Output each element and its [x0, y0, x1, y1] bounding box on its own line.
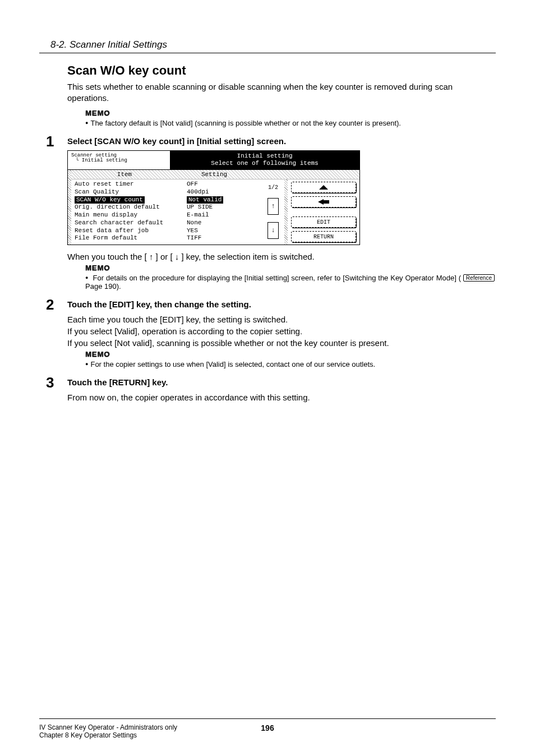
- lcd-setting-4: E-mail: [187, 211, 260, 219]
- step-1-number: 1: [46, 133, 54, 150]
- page-title: Scan W/O key count: [67, 63, 496, 78]
- lcd-top-row: Scanner setting └ Initial setting Initia…: [68, 151, 359, 170]
- lcd-item-6[interactable]: Reset data after job: [75, 227, 181, 235]
- page-footer: IV Scanner Key Operator - Administrators…: [39, 718, 496, 739]
- footer-page-number: 196: [261, 723, 274, 739]
- up-arrow-button[interactable]: ↑: [268, 198, 279, 215]
- lcd-item-3[interactable]: Orig. direction default: [75, 204, 181, 211]
- step-2: 2 Touch the [EDIT] key, then change the …: [67, 299, 496, 368]
- intro-memo-note: The factory default is [Not valid] (scan…: [85, 119, 496, 127]
- lcd-setting-7: TIFF: [187, 234, 260, 242]
- reference-icon: Reference: [463, 274, 495, 282]
- step-1: 1 Select [SCAN W/O key count] in [Initia…: [67, 136, 496, 291]
- memo-label-2: MEMO: [85, 350, 110, 358]
- lcd-item-4[interactable]: Main menu display: [75, 211, 181, 219]
- lcd-setting-2: Not valid: [187, 196, 260, 204]
- breadcrumb-rule: [39, 53, 496, 53]
- memo-label: MEMO: [85, 109, 110, 117]
- lcd-breadcrumb: Scanner setting └ Initial setting: [68, 151, 170, 170]
- step-2-memo-note: For the copier settings to use when [Val…: [85, 360, 496, 368]
- step-1-memo-note: For details on the procedure for display…: [85, 274, 496, 291]
- lcd-banner-line1: Initial setting: [172, 153, 357, 160]
- lcd-crumb-2: └ Initial setting: [71, 158, 167, 164]
- page: 8-2. Scanner Initial Settings Scan W/O k…: [0, 0, 535, 756]
- footer-left-line1: IV Scanner Key Operator - Administrators…: [39, 723, 261, 731]
- step-1-memo-tail: Page 190).: [85, 282, 121, 291]
- lcd-item-1[interactable]: Scan Quality: [75, 188, 181, 196]
- home-icon-button[interactable]: [291, 182, 356, 193]
- step-1-title: Select [SCAN W/O key count] in [Initial …: [67, 136, 496, 146]
- step-2-number: 2: [46, 296, 54, 314]
- lcd-column-headers: Item Setting: [71, 170, 359, 179]
- lcd-item-5[interactable]: Search character default: [75, 219, 181, 227]
- lcd-right-buttons: EDIT RETURN: [288, 179, 359, 245]
- lcd-setting-list: OFF 400dpi Not valid UP SIDE E-mail None…: [183, 179, 262, 245]
- step-1-memo-text: For details on the procedure for display…: [93, 274, 461, 282]
- footer-left-line2: Chapter 8 Key Operator Settings: [39, 731, 261, 739]
- intro-paragraph: This sets whether to enable scanning or …: [67, 81, 496, 104]
- lcd-arrow-column: 1/2 ↑ ↓: [262, 179, 284, 245]
- lcd-setting-6: YES: [187, 227, 260, 235]
- step-3-title: Touch the [RETURN] key.: [67, 377, 496, 387]
- footer-right: [274, 723, 496, 739]
- down-arrow-button[interactable]: ↓: [268, 222, 279, 239]
- lcd-item-7[interactable]: File Form default: [75, 234, 181, 242]
- step-3-line1: From now on, the copier operates in acco…: [67, 391, 496, 403]
- lcd-page-indicator: 1/2: [268, 185, 278, 191]
- step-3-number: 3: [46, 374, 54, 391]
- content-area: Scan W/O key count This sets whether to …: [67, 63, 496, 403]
- step-2-line2: If you select [Valid], operation is acco…: [67, 325, 496, 337]
- back-icon-button[interactable]: [291, 196, 356, 208]
- lcd-col-setting-header: Setting: [178, 170, 251, 179]
- lcd-screenshot: Scanner setting └ Initial setting Initia…: [67, 150, 360, 246]
- lcd-item-2[interactable]: SCAN W/O key count: [75, 196, 181, 204]
- lcd-setting-3: UP SIDE: [187, 204, 260, 211]
- step-2-title: Touch the [EDIT] key, then change the se…: [67, 299, 496, 309]
- footer-left: IV Scanner Key Operator - Administrators…: [39, 723, 261, 739]
- step-3: 3 Touch the [RETURN] key. From now on, t…: [67, 377, 496, 403]
- lcd-lists-row: Auto reset timer Scan Quality SCAN W/O k…: [71, 179, 359, 245]
- lcd-item-2-selected: SCAN W/O key count: [75, 196, 145, 204]
- edit-button[interactable]: EDIT: [291, 216, 356, 228]
- return-button[interactable]: RETURN: [291, 231, 356, 242]
- lcd-col-item-header: Item: [71, 170, 178, 179]
- memo-label-1: MEMO: [85, 264, 110, 272]
- lcd-item-0[interactable]: Auto reset timer: [75, 181, 181, 188]
- lcd-banner: Initial setting Select one of following …: [170, 151, 359, 170]
- lcd-body: Item Setting Auto reset timer Scan Quali…: [68, 169, 359, 245]
- lcd-banner-line2: Select one of following items: [172, 160, 357, 168]
- lcd-setting-0: OFF: [187, 181, 260, 188]
- lcd-item-list: Auto reset timer Scan Quality SCAN W/O k…: [71, 179, 183, 245]
- step-1-after-lcd: When you touch the [ ↑ ] or [ ↓ ] key, t…: [67, 251, 496, 262]
- step-2-line1: Each time you touch the [EDIT] key, the …: [67, 314, 496, 325]
- lcd-main-pane: Item Setting Auto reset timer Scan Quali…: [71, 170, 359, 245]
- section-breadcrumb: 8-2. Scanner Initial Settings: [50, 39, 496, 50]
- step-2-line3: If you select [Not valid], scanning is p…: [67, 337, 496, 349]
- lcd-setting-1: 400dpi: [187, 188, 260, 196]
- lcd-setting-2-selected: Not valid: [187, 196, 223, 204]
- lcd-setting-5: None: [187, 219, 260, 227]
